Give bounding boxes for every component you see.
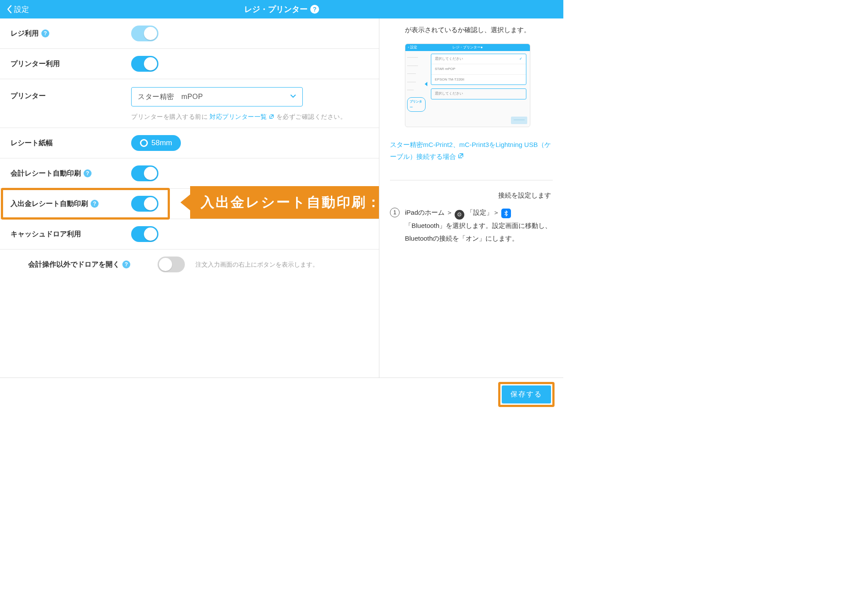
page-title: レジ・プリンター ? [244,4,319,15]
footer: 保存する [0,378,563,411]
toggle-cash-drawer[interactable] [131,226,158,242]
supported-printers-link[interactable]: 対応プリンター一覧 [209,113,274,120]
label-printer: プリンター [11,87,121,101]
external-link-icon [458,150,464,162]
thumb-back: ‹ 設定 [408,44,417,51]
toggle-open-drawer[interactable] [158,257,185,272]
printer-select[interactable]: スター精密 mPOP [131,87,303,106]
row-open-drawer: 会計操作以外でドロアを開く? 注文入力画面の右上にボタンを表示します。 [0,249,379,279]
toggle-auto-print-cash[interactable] [131,196,158,212]
thumb-select: 選択してください [431,88,526,99]
printer-selected-value: スター精密 mPOP [138,92,203,102]
thumb-bubble: プリンター [407,97,426,112]
save-button[interactable]: 保存する [502,385,551,403]
bluetooth-icon [501,209,511,218]
help-icon[interactable]: ? [122,260,130,268]
callout-text: 入出金レシート自動印刷：オン [190,186,379,219]
help-thumbnail: ‹ 設定レジ・プリンター ● ────────────────── ─── プリ… [405,44,530,127]
thumb-title: レジ・プリンター [452,44,481,51]
step-number-icon: 1 [390,208,400,217]
back-button[interactable]: 設定 [0,4,35,15]
help-top-text: が表示されているか確認し、選択します。 [390,24,553,36]
thumb-save: ───── [511,117,527,124]
label-printer-use: プリンター利用 [11,59,121,69]
label-auto-print-account: 会計レシート自動印刷 [11,169,81,178]
label-register-use: レジ利用 [11,29,39,38]
label-receipt-width: レシート紙幅 [11,139,121,148]
help-panel: が表示されているか確認し、選択します。 ‹ 設定レジ・プリンター ● ─────… [379,18,563,378]
thumb-dropdown: 選択してください✓ STAR mPOP EPSON TM-T220II [431,54,526,85]
callout-arrow-icon [180,194,190,210]
row-auto-print-cash: 入出金レシート自動印刷? 入出金レシート自動印刷：オン [0,189,379,219]
row-receipt-width: レシート紙幅 58mm [0,128,379,158]
open-drawer-desc: 注文入力画面の右上にボタンを表示します。 [195,260,319,269]
chevron-left-icon [6,5,12,14]
toggle-auto-print-account[interactable] [131,165,158,181]
help-icon[interactable]: ? [84,169,92,177]
radio-icon [140,139,148,147]
row-register-use: レジ利用? [0,18,379,49]
external-link-icon [269,114,274,119]
star-printer-link[interactable]: スター精密mC-Print2、mC-Print3をLightning USB（ケ… [390,141,551,160]
printer-note: プリンターを購入する前に 対応プリンター一覧 を必ずご確認ください。 [131,112,346,121]
label-open-drawer: 会計操作以外でドロアを開く [28,260,120,269]
chevron-down-icon [290,93,296,101]
divider [390,180,553,180]
toggle-printer-use[interactable] [131,56,158,72]
label-cash-drawer: キャッシュドロア利用 [11,230,121,239]
app-header: 設定 レジ・プリンター ? [0,0,563,18]
row-cash-drawer: キャッシュドロア利用 [0,219,379,249]
help-step-1: 1 iPadのホーム ＞ ⚙ 「設定」＞ 「Bluetooth」を選択します。設… [390,206,553,245]
receipt-width-pill[interactable]: 58mm [131,135,181,151]
row-auto-print-account: 会計レシート自動印刷? [0,158,379,189]
row-printer-use: プリンター利用 [0,49,379,79]
toggle-register-use[interactable] [131,26,158,41]
settings-gear-icon: ⚙ [455,210,464,220]
help-mid-text: 接続を設定します [390,189,553,201]
callout: 入出金レシート自動印刷：オン [180,186,379,219]
step-text: iPadのホーム ＞ ⚙ 「設定」＞ 「Bluetooth」を選択します。設定画… [405,206,553,245]
receipt-width-value: 58mm [151,139,172,147]
help-icon[interactable]: ? [310,5,319,14]
back-label: 設定 [14,4,29,15]
settings-panel: レジ利用? プリンター利用 プリンター スター精密 mPOP [0,18,379,378]
save-highlight: 保存する [498,382,555,407]
help-icon[interactable]: ? [41,29,49,37]
row-printer: プリンター スター精密 mPOP プリンターを購入する前に 対応プリンター一覧 … [0,79,379,128]
